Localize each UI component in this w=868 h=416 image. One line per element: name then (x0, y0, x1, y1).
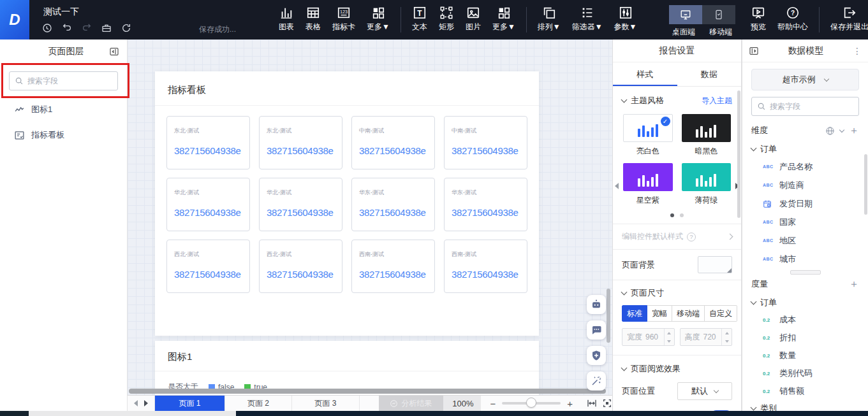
dimension-field[interactable]: ABC地区 (742, 231, 868, 250)
chart1-widget[interactable]: 图标1 是否大于 false true (155, 341, 539, 395)
page-position-select[interactable]: 默认 (677, 382, 732, 400)
fields-search-box[interactable] (751, 97, 859, 116)
kanban-card[interactable]: 华东-测试382715604938e (444, 178, 527, 231)
edit-default-style-row[interactable]: 编辑控件默认样式 ? (613, 224, 741, 249)
size-standard-button[interactable]: 标准 (622, 305, 647, 322)
kebab-menu-icon[interactable]: ⋮ (853, 46, 862, 56)
dimension-field[interactable]: ABC城市 (742, 250, 868, 268)
save-and-exit-button[interactable]: 保存并退出 (825, 4, 868, 34)
kanban-card[interactable]: 中南-测试382715604938e (444, 116, 527, 169)
refresh-icon[interactable] (121, 23, 131, 33)
kanban-widget[interactable]: 指标看板 东北-测试382715604938e 东北-测试38271560493… (155, 71, 539, 336)
help-center-button[interactable]: ? 帮助中心 (772, 4, 814, 34)
horizontal-scrollbar[interactable] (129, 389, 606, 394)
theme-mint-green[interactable]: 薄荷绿 (682, 163, 732, 206)
undo-icon[interactable] (62, 23, 72, 33)
kanban-card[interactable]: 华东-测试382715604938e (351, 178, 435, 231)
insert-more-charts-dropdown[interactable]: 更多▼ (361, 4, 395, 34)
width-input[interactable]: 宽度 960 (622, 328, 675, 346)
import-theme-link[interactable]: 导入主题 (702, 96, 732, 106)
layers-search-input[interactable] (27, 76, 110, 85)
theme-light-white[interactable]: ✓ 亮白色 (623, 114, 673, 157)
redo-icon[interactable] (82, 23, 92, 33)
parameters-dropdown[interactable]: 参数▼ (608, 4, 643, 34)
measure-group-category[interactable]: 类别 (742, 400, 868, 411)
layer-item-kanban[interactable]: 指标看板 (0, 122, 127, 148)
tab-page-2[interactable]: 页面 2 (225, 396, 292, 411)
measure-field[interactable]: 0.2类别代码 (742, 364, 868, 382)
chevron-down-icon[interactable] (621, 97, 628, 103)
mobile-mode-button[interactable] (702, 5, 735, 24)
panel-scrollbar[interactable] (737, 90, 740, 218)
section-resize-handle[interactable] (790, 270, 821, 275)
tabs-scroll-right-icon[interactable] (144, 400, 148, 406)
kanban-card[interactable]: 东北-测试382715604938e (259, 116, 342, 169)
height-stepper[interactable] (721, 329, 732, 345)
measure-field[interactable]: 0.2销售额 (742, 382, 868, 400)
kanban-card[interactable]: 西北-测试382715604938e (259, 240, 342, 293)
preview-button[interactable]: 预览 (745, 4, 772, 34)
dataset-select[interactable]: 超市示例 (751, 69, 859, 90)
arrange-dropdown[interactable]: 排列▼ (532, 4, 566, 34)
expand-panel-icon[interactable] (749, 46, 759, 56)
layer-item-chart1[interactable]: 图标1 (0, 97, 127, 122)
size-mobile-button[interactable]: 移动端 (672, 305, 705, 322)
measure-field[interactable]: 0.2折扣 (742, 329, 868, 347)
toolbox-icon[interactable] (101, 23, 112, 33)
filter-dropdown[interactable]: 筛选器▼ (566, 4, 608, 34)
measure-field[interactable]: 0.2成本 (742, 311, 868, 329)
measure-field[interactable]: 0.2数量 (742, 347, 868, 364)
desktop-mode-button[interactable] (669, 5, 702, 24)
add-dimension-icon[interactable]: ＋ (849, 126, 859, 136)
kanban-card[interactable]: 中南-测试382715604938e (351, 116, 435, 169)
design-canvas[interactable]: 指标看板 东北-测试382715604938e 东北-测试38271560493… (128, 39, 612, 395)
kanban-card[interactable]: 西南-测试382715604938e (444, 240, 527, 293)
height-input[interactable]: 高度 720 (680, 328, 733, 346)
analysis-result-button[interactable]: 分析结果 (379, 396, 444, 411)
app-logo[interactable]: D (0, 0, 29, 39)
insert-image-button[interactable]: 图片 (460, 4, 487, 34)
vertical-scrollbar[interactable] (607, 289, 610, 343)
theme-dark-black[interactable]: 暗黑色 (682, 114, 732, 157)
insert-text-button[interactable]: T 文本 (406, 4, 433, 34)
size-custom-button[interactable]: 自定义 (705, 305, 737, 322)
dimension-field[interactable]: ABC制造商 (742, 176, 868, 194)
chevron-down-icon[interactable] (839, 127, 844, 132)
size-wide-button[interactable]: 宽幅 (647, 305, 672, 322)
kanban-card[interactable]: 东北-测试382715604938e (166, 116, 250, 169)
add-protection-button[interactable] (587, 346, 606, 365)
ai-assistant-button[interactable] (587, 295, 606, 314)
tabs-scroll-left-icon[interactable] (134, 400, 138, 406)
insert-chart-button[interactable]: 图表 (273, 4, 300, 34)
tab-page-1[interactable]: 页面 1 (154, 396, 225, 411)
comment-button[interactable] (587, 320, 606, 340)
zoom-slider-handle[interactable] (526, 398, 536, 408)
carousel-dot-active[interactable] (670, 213, 674, 217)
history-icon[interactable] (42, 23, 52, 33)
tab-page-3[interactable]: 页面 3 (292, 396, 359, 411)
zoom-slider[interactable] (502, 402, 561, 405)
page-background-swatch[interactable] (698, 256, 732, 273)
tab-data[interactable]: 数据 (677, 62, 742, 86)
kanban-card[interactable]: 华北-测试382715604938e (259, 178, 342, 231)
kanban-card[interactable]: 西南-测试382715604938e (351, 240, 435, 293)
magic-wand-button[interactable] (587, 371, 606, 391)
theme-star-purple[interactable]: 星空紫 (623, 163, 673, 206)
kanban-card[interactable]: 华北-测试382715604938e (166, 178, 250, 231)
chevron-down-icon[interactable] (621, 365, 628, 371)
dimension-field[interactable]: ABC国家 (742, 213, 868, 231)
fields-search-input[interactable] (770, 102, 853, 111)
collapse-panel-icon[interactable] (109, 47, 119, 57)
insert-indicator-card-button[interactable]: 123 指标卡 (327, 4, 361, 34)
add-measure-icon[interactable]: ＋ (849, 279, 859, 289)
panel-scrollbar[interactable] (864, 154, 867, 215)
theme-prev-icon[interactable] (615, 183, 619, 189)
zoom-out-button[interactable]: − (490, 399, 496, 408)
zoom-in-button[interactable]: + (567, 399, 573, 408)
globe-icon[interactable] (825, 126, 835, 136)
fit-screen-icon[interactable] (602, 398, 612, 408)
insert-table-button[interactable]: 表格 (300, 4, 327, 34)
tab-style[interactable]: 样式 (613, 62, 677, 86)
dimension-field[interactable]: ABC产品名称 (742, 157, 868, 176)
insert-rectangle-button[interactable]: 矩形 (433, 4, 460, 34)
